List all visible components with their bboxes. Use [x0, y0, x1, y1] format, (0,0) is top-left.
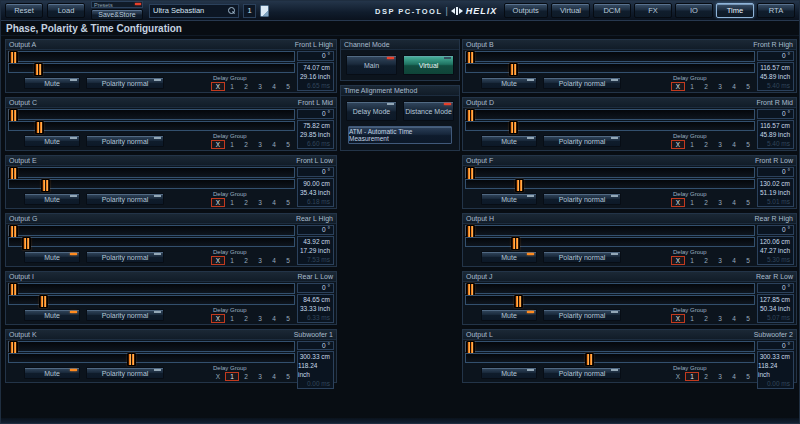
distance-slider-handle[interactable] — [515, 179, 524, 192]
distance-cm-field[interactable]: 90.00 cm — [303, 179, 330, 188]
delay-group-cell-4[interactable]: 4 — [267, 314, 281, 323]
delay-group-cell-1[interactable]: 1 — [685, 82, 699, 91]
delay-group-cell-5[interactable]: 5 — [741, 314, 755, 323]
distance-slider-handle[interactable] — [35, 121, 44, 134]
polarity-button[interactable]: Polarity normal — [543, 367, 621, 379]
distance-inch-field[interactable]: 17.29 inch — [300, 246, 330, 255]
delay-group-cell-3[interactable]: 3 — [713, 82, 727, 91]
mute-button[interactable]: Mute — [24, 135, 80, 147]
distance-cm-field[interactable]: 75.82 cm — [303, 121, 330, 130]
delay-group-cell-1[interactable]: 1 — [685, 256, 699, 265]
polarity-button[interactable]: Polarity normal — [86, 309, 164, 321]
mute-button[interactable]: Mute — [481, 251, 537, 263]
distance-cm-field[interactable]: 120.06 cm — [760, 237, 790, 246]
delay-group-cell-x[interactable]: X — [211, 256, 225, 265]
nav-io-button[interactable]: IO — [675, 3, 713, 18]
phase-value-field[interactable]: 0 ° — [297, 51, 334, 61]
distance-cm-field[interactable]: 74.07 cm — [303, 63, 330, 72]
polarity-button[interactable]: Polarity normal — [543, 77, 621, 89]
nav-fx-button[interactable]: FX — [634, 3, 672, 18]
phase-slider[interactable] — [8, 283, 295, 294]
delay-group-cell-1[interactable]: 1 — [685, 140, 699, 149]
delay-group-cell-2[interactable]: 2 — [239, 314, 253, 323]
delay-group-cell-4[interactable]: 4 — [727, 140, 741, 149]
delay-group-cell-3[interactable]: 3 — [713, 140, 727, 149]
phase-value-field[interactable]: 0 ° — [757, 109, 794, 119]
phase-slider[interactable] — [8, 341, 295, 352]
delay-group-cell-2[interactable]: 2 — [239, 82, 253, 91]
document-icon[interactable] — [260, 5, 269, 17]
distance-slider-handle[interactable] — [39, 295, 48, 308]
delay-group-cell-3[interactable]: 3 — [253, 198, 267, 207]
delay-group-cell-3[interactable]: 3 — [253, 82, 267, 91]
mute-button[interactable]: Mute — [481, 135, 537, 147]
delay-group-cell-4[interactable]: 4 — [267, 140, 281, 149]
delay-group-cell-1[interactable]: 1 — [685, 372, 699, 381]
delay-group-cell-2[interactable]: 2 — [239, 198, 253, 207]
distance-slider[interactable] — [465, 179, 755, 190]
distance-inch-field[interactable]: 29.16 inch — [300, 72, 330, 81]
delay-group-cell-4[interactable]: 4 — [267, 82, 281, 91]
phase-slider[interactable] — [8, 167, 295, 178]
phase-value-field[interactable]: 0 ° — [757, 283, 794, 293]
phase-slider[interactable] — [465, 51, 755, 62]
nav-dcm-button[interactable]: DCM — [593, 3, 631, 18]
distance-slider[interactable] — [8, 121, 295, 132]
delay-group-cell-3[interactable]: 3 — [253, 372, 267, 381]
delay-group-cell-2[interactable]: 2 — [699, 256, 713, 265]
atm-button[interactable]: ATM - Automatic Time Measurement — [348, 126, 452, 144]
phase-value-field[interactable]: 0 ° — [297, 225, 334, 235]
phase-slider[interactable] — [465, 167, 755, 178]
distance-cm-field[interactable]: 84.65 cm — [303, 295, 330, 304]
distance-mode-button[interactable]: Distance Mode — [403, 101, 454, 121]
delay-group-cell-2[interactable]: 2 — [239, 256, 253, 265]
phase-value-field[interactable]: 0 ° — [297, 167, 334, 177]
delay-group-cell-1[interactable]: 1 — [225, 198, 239, 207]
delay-group-cell-5[interactable]: 5 — [741, 82, 755, 91]
distance-slider[interactable] — [465, 353, 755, 364]
phase-value-field[interactable]: 0 ° — [757, 167, 794, 177]
phase-slider[interactable] — [8, 225, 295, 236]
phase-slider[interactable] — [8, 109, 295, 120]
delay-group-cell-5[interactable]: 5 — [741, 198, 755, 207]
delay-group-cell-5[interactable]: 5 — [741, 256, 755, 265]
mute-button[interactable]: Mute — [24, 251, 80, 263]
mute-button[interactable]: Mute — [24, 367, 80, 379]
distance-slider-handle[interactable] — [511, 237, 520, 250]
phase-value-field[interactable]: 0 ° — [297, 283, 334, 293]
delay-group-cell-x[interactable]: X — [671, 198, 685, 207]
delay-group-cell-x[interactable]: X — [671, 256, 685, 265]
polarity-button[interactable]: Polarity normal — [543, 309, 621, 321]
delay-group-cell-3[interactable]: 3 — [713, 314, 727, 323]
phase-value-field[interactable]: 0 ° — [757, 51, 794, 61]
distance-slider[interactable] — [8, 295, 295, 306]
delay-group-cell-5[interactable]: 5 — [281, 372, 295, 381]
delay-group-cell-3[interactable]: 3 — [253, 140, 267, 149]
delay-group-cell-2[interactable]: 2 — [699, 82, 713, 91]
delay-group-cell-4[interactable]: 4 — [267, 372, 281, 381]
polarity-button[interactable]: Polarity normal — [86, 367, 164, 379]
delay-group-cell-5[interactable]: 5 — [281, 256, 295, 265]
distance-cm-field[interactable]: 130.02 cm — [760, 179, 790, 188]
delay-group-cell-x[interactable]: X — [671, 372, 685, 381]
presets-dropdown[interactable]: Presets — [91, 1, 143, 8]
mute-button[interactable]: Mute — [481, 193, 537, 205]
distance-slider-handle[interactable] — [509, 121, 518, 134]
delay-group-cell-x[interactable]: X — [211, 372, 225, 381]
delay-group-cell-2[interactable]: 2 — [699, 314, 713, 323]
delay-group-cell-3[interactable]: 3 — [253, 256, 267, 265]
nav-virtual-button[interactable]: Virtual — [551, 3, 590, 18]
phase-slider[interactable] — [8, 51, 295, 62]
mute-button[interactable]: Mute — [481, 77, 537, 89]
delay-group-cell-5[interactable]: 5 — [281, 140, 295, 149]
delay-group-cell-1[interactable]: 1 — [225, 256, 239, 265]
polarity-button[interactable]: Polarity normal — [86, 251, 164, 263]
phase-value-field[interactable]: 0 ° — [757, 225, 794, 235]
distance-slider-handle[interactable] — [41, 179, 50, 192]
nav-rta-button[interactable]: RTA — [757, 3, 795, 18]
distance-slider-handle[interactable] — [34, 63, 43, 76]
delay-group-cell-2[interactable]: 2 — [699, 140, 713, 149]
delay-group-cell-2[interactable]: 2 — [699, 198, 713, 207]
phase-slider[interactable] — [465, 283, 755, 294]
distance-cm-field[interactable]: 127.85 cm — [760, 295, 790, 304]
